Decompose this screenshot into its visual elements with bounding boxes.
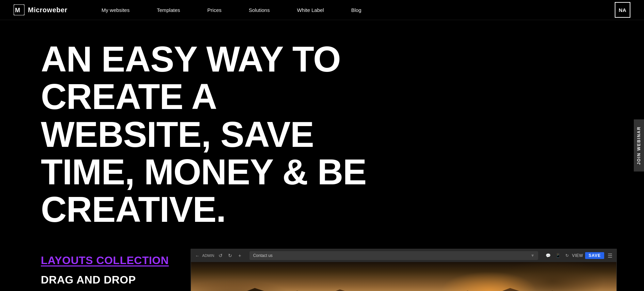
mobile-icon[interactable]: 📱 (554, 252, 562, 259)
menu-icon[interactable]: ☰ (608, 252, 612, 259)
nav-my-websites[interactable]: My websites (88, 0, 143, 20)
nav-prices[interactable]: Prices (194, 0, 235, 20)
navbar: M Microweber My websites Templates Price… (0, 0, 644, 20)
undo-button[interactable]: ↺ (217, 252, 224, 259)
hero-title: AN EASY WAY TO CREATE A WEBSITE, SAVE TI… (41, 41, 415, 228)
comment-icon[interactable]: 💬 (544, 252, 552, 259)
feature-dnd[interactable]: DRAG AND DROP (41, 272, 170, 288)
svg-text:M: M (15, 7, 20, 14)
features-row: LAYOUTS COLLECTION DRAG AND DROP LIVE ED… (0, 249, 644, 291)
browser-content: Block Add Layout ▮ ✏️ Settings ⧉ (191, 262, 616, 291)
save-button[interactable]: SAVE (585, 252, 604, 259)
redo-button[interactable]: ↻ (226, 252, 234, 259)
browser-nav-btns: ↺ ↻ + (217, 252, 243, 259)
logo[interactable]: M Microweber (14, 4, 67, 15)
browser-back[interactable]: ← ADMIN (195, 253, 214, 258)
nav-blog[interactable]: Blog (338, 0, 375, 20)
browser-url-bar[interactable]: Contact us ▼ (249, 251, 538, 260)
browser-bar: ← ADMIN ↺ ↻ + Contact us ▼ 💬 📱 ↻ VIEW SA… (191, 249, 616, 262)
join-webinar-tab[interactable]: JOIN WEBINAR (634, 120, 644, 172)
refresh-icon[interactable]: ↻ (564, 252, 570, 259)
nav-solutions[interactable]: Solutions (235, 0, 284, 20)
feature-layouts[interactable]: LAYOUTS COLLECTION (41, 252, 170, 269)
nav-avatar[interactable]: NA (615, 2, 630, 18)
nav-links: My websites Templates Prices Solutions W… (88, 0, 615, 20)
nav-templates[interactable]: Templates (143, 0, 194, 20)
add-button[interactable]: + (236, 252, 243, 259)
view-button[interactable]: VIEW (572, 253, 583, 258)
hero-landscape-bg (191, 262, 616, 291)
browser-screenshot: ← ADMIN ↺ ↻ + Contact us ▼ 💬 📱 ↻ VIEW SA… (191, 249, 617, 291)
nav-white-label[interactable]: White Label (283, 0, 337, 20)
hero-section: AN EASY WAY TO CREATE A WEBSITE, SAVE TI… (0, 20, 644, 228)
features-list: LAYOUTS COLLECTION DRAG AND DROP LIVE ED… (41, 249, 170, 291)
logo-icon: M (14, 4, 25, 15)
logo-text: Microweber (28, 6, 67, 14)
browser-actions: 💬 📱 ↻ VIEW SAVE ☰ (544, 252, 612, 259)
